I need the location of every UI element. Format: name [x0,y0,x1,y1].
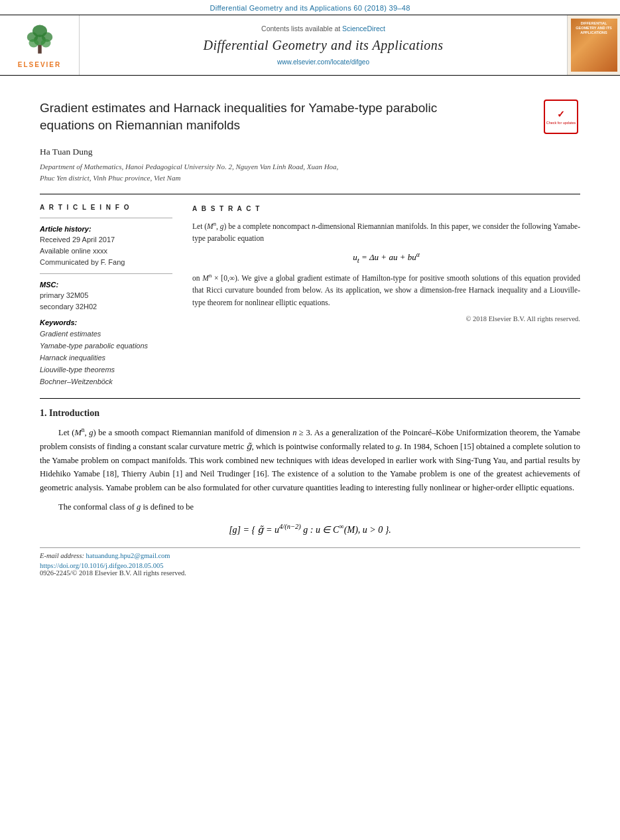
section1-number: 1. [40,408,47,418]
keyword2: Yamabe-type parabolic equations [40,342,148,350]
top-bar-text: Differential Geometry and its Applicatio… [210,4,410,12]
section1-header: 1. Introduction [40,408,580,419]
keyword1: Gradient estimates [40,330,101,338]
check-for-updates-badge[interactable]: ✓ Check for updates [544,100,580,136]
affiliation-line1: Department of Mathematics, Hanoi Pedagog… [40,163,338,171]
keyword5: Bochner–Weitzenböck [40,378,113,385]
available-text: Available online xxxx [40,245,172,257]
affiliation: Department of Mathematics, Hanoi Pedagog… [40,161,580,183]
svg-rect-5 [38,45,42,54]
header-section: ELSEVIER Contents lists available at Sci… [0,15,620,76]
sciencedirect-link[interactable]: ScienceDirect [342,25,385,33]
received-text: Received 29 April 2017 [40,234,172,245]
affiliation-line2: Phuc Yen district, Vinh Phuc province, V… [40,174,180,182]
email-line: E-mail address: hatuandung.hpu2@gmail.co… [40,552,580,559]
top-bar: Differential Geometry and its Applicatio… [0,0,620,15]
contents-line: Contents lists available at ScienceDirec… [261,25,385,33]
author-name: Ha Tuan Dung [40,147,580,157]
journal-title: Differential Geometry and its Applicatio… [203,38,443,53]
svg-point-6 [29,39,38,48]
msc-label: MSC: [40,281,172,289]
elsevier-tree-icon [20,22,60,58]
keyword4: Liouville-type theorems [40,366,115,374]
abstract-equation: ut = Δu + au + buα [192,249,580,266]
history-label: Article history: [40,225,172,233]
email-address[interactable]: hatuandung.hpu2@gmail.com [86,552,170,559]
keywords-list: Gradient estimates Yamabe-type parabolic… [40,328,172,388]
conformal-class-equation: [g] = { g̃ = u4/(n−2) g : u ∈ C∞(M), u >… [40,523,580,535]
msc-primary: primary 32M05 [40,290,172,301]
check-updates-label: Check for updates [546,121,576,125]
abstract-text2: on Mn × [0,∞). We give a global gradient… [192,271,580,309]
paper-title: Gradient estimates and Harnack inequalit… [40,100,464,133]
keywords-label: Keywords: [40,318,172,326]
section1-title: Introduction [49,408,99,418]
header-center: Contents lists available at ScienceDirec… [80,15,567,75]
article-info-title: A R T I C L E I N F O [40,204,172,211]
msc-secondary: secondary 32H02 [40,301,172,313]
footnote-area: E-mail address: hatuandung.hpu2@gmail.co… [40,547,580,577]
thumb-image: DIFFERENTIAL GEOMETRY AND ITS APPLICATIO… [571,19,617,72]
keyword3: Harnack inequalities [40,354,105,362]
elsevier-logo: ELSEVIER [0,15,80,75]
issn-line: 0926-2245/© 2018 Elsevier B.V. All right… [40,569,580,577]
header-thumb: DIFFERENTIAL GEOMETRY AND ITS APPLICATIO… [567,15,620,75]
doi-line[interactable]: https://doi.org/10.1016/j.difgeo.2018.05… [40,562,580,569]
email-label: E-mail address: [40,552,84,559]
section1-paragraph2: The conformal class of g is defined to b… [40,500,580,514]
abstract-text1: Let (Mn, g) be a complete noncompact n-d… [192,222,580,242]
section1-paragraph1: Let (Mn, g) be a smooth compact Riemanni… [40,425,580,494]
article-info-column: A R T I C L E I N F O Article history: R… [40,204,172,387]
journal-url[interactable]: www.elsevier.com/locate/difgeo [277,58,369,66]
communicated-text: Communicated by F. Fang [40,257,172,268]
ai-divider1 [40,218,172,218]
section-divider [40,398,580,399]
abstract-text: Let (Mn, g) be a complete noncompact n-d… [192,220,580,245]
abstract-column: A B S T R A C T Let (Mn, g) be a complet… [192,204,580,387]
divider-above-cols [40,194,580,194]
elsevier-brand-text: ELSEVIER [18,61,61,68]
svg-point-7 [40,39,50,48]
abstract-title: A B S T R A C T [192,204,580,214]
copyright-line: © 2018 Elsevier B.V. All rights reserved… [192,314,580,324]
thumb-title: DIFFERENTIAL GEOMETRY AND ITS APPLICATIO… [573,21,615,35]
ai-divider2 [40,273,172,274]
